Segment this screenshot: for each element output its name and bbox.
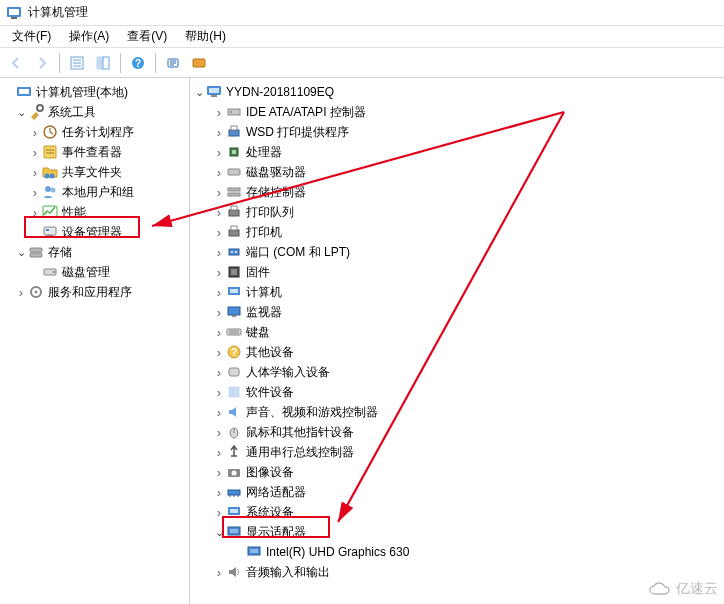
hid-icon	[226, 364, 242, 380]
tree-disk-mgmt[interactable]: 磁盘管理	[0, 262, 189, 282]
expander-icon[interactable]	[212, 565, 226, 579]
svg-rect-37	[209, 88, 219, 93]
tree-local-users[interactable]: 本地用户和组	[0, 182, 189, 202]
expander-icon[interactable]	[212, 105, 226, 119]
computer-icon	[226, 284, 242, 300]
expander-icon[interactable]	[212, 465, 226, 479]
tree-label: Intel(R) UHD Graphics 630	[266, 545, 409, 559]
expander-icon	[2, 85, 16, 99]
expander-icon[interactable]	[212, 345, 226, 359]
expander-icon[interactable]	[212, 145, 226, 159]
expander-icon[interactable]	[212, 525, 226, 539]
tree-display-adapters[interactable]: 显示适配器	[190, 522, 724, 542]
tree-storage[interactable]: 存储	[0, 242, 189, 262]
tree-audio-io[interactable]: 音频输入和输出	[190, 562, 724, 582]
expander-icon[interactable]	[212, 505, 226, 519]
tree-gpu-item[interactable]: Intel(R) UHD Graphics 630	[190, 542, 724, 562]
expander-icon[interactable]	[28, 145, 42, 159]
expander-icon[interactable]	[212, 405, 226, 419]
tree-services-apps[interactable]: 服务和应用程序	[0, 282, 189, 302]
refresh-button[interactable]	[161, 51, 185, 75]
tree-mice[interactable]: 鼠标和其他指针设备	[190, 422, 724, 442]
expander-icon[interactable]	[212, 185, 226, 199]
tree-system-devices[interactable]: 系统设备	[190, 502, 724, 522]
svg-rect-19	[44, 146, 56, 158]
tree-computer-cat[interactable]: 计算机	[190, 282, 724, 302]
tree-label: 服务和应用程序	[48, 284, 132, 301]
action-button[interactable]	[187, 51, 211, 75]
tree-monitors[interactable]: 监视器	[190, 302, 724, 322]
tree-computer-root[interactable]: YYDN-20181109EQ	[190, 82, 724, 102]
expander-icon[interactable]	[212, 245, 226, 259]
tree-event-viewer[interactable]: 事件查看器	[0, 142, 189, 162]
expander-icon[interactable]	[212, 165, 226, 179]
performance-icon	[42, 204, 58, 220]
expander-icon[interactable]	[14, 245, 28, 259]
tree-task-scheduler[interactable]: 任务计划程序	[0, 122, 189, 142]
expander-icon[interactable]	[212, 305, 226, 319]
tree-sound[interactable]: 声音、视频和游戏控制器	[190, 402, 724, 422]
tree-firmware[interactable]: 固件	[190, 262, 724, 282]
expander-icon[interactable]	[14, 105, 28, 119]
expander-icon[interactable]	[212, 125, 226, 139]
menu-view[interactable]: 查看(V)	[119, 26, 175, 47]
tree-disk-drives[interactable]: 磁盘驱动器	[190, 162, 724, 182]
expander-icon[interactable]	[28, 125, 42, 139]
expander-icon[interactable]	[212, 385, 226, 399]
expander-icon[interactable]	[28, 185, 42, 199]
tree-hid[interactable]: 人体学输入设备	[190, 362, 724, 382]
tree-network[interactable]: 网络适配器	[190, 482, 724, 502]
svg-rect-59	[228, 307, 240, 315]
tree-system-tools[interactable]: 系统工具	[0, 102, 189, 122]
expander-icon[interactable]	[212, 485, 226, 499]
tree-keyboards[interactable]: 键盘	[190, 322, 724, 342]
svg-point-22	[45, 174, 50, 179]
svg-rect-38	[211, 95, 217, 97]
forward-button[interactable]	[30, 51, 54, 75]
right-tree-pane[interactable]: YYDN-20181109EQ IDE ATA/ATAPI 控制器 WSD 打印…	[190, 78, 724, 604]
expander-icon[interactable]	[212, 325, 226, 339]
expander-icon[interactable]	[14, 285, 28, 299]
tree-device-manager[interactable]: 设备管理器	[0, 222, 189, 242]
menu-help[interactable]: 帮助(H)	[177, 26, 234, 47]
expander-icon[interactable]	[192, 85, 206, 99]
tree-imaging[interactable]: 图像设备	[190, 462, 724, 482]
expander-icon[interactable]	[212, 265, 226, 279]
tree-wsd[interactable]: WSD 打印提供程序	[190, 122, 724, 142]
svg-rect-9	[97, 57, 102, 69]
tree-ports[interactable]: 端口 (COM 和 LPT)	[190, 242, 724, 262]
tree-usb[interactable]: 通用串行总线控制器	[190, 442, 724, 462]
svg-rect-77	[230, 509, 238, 513]
back-button[interactable]	[4, 51, 28, 75]
tree-root[interactable]: 计算机管理(本地)	[0, 82, 189, 102]
tree-shared-folders[interactable]: 共享文件夹	[0, 162, 189, 182]
expander-icon[interactable]	[212, 445, 226, 459]
tree-performance[interactable]: 性能	[0, 202, 189, 222]
svg-rect-60	[232, 315, 236, 317]
tree-storage-controllers[interactable]: 存储控制器	[190, 182, 724, 202]
tree-cpu[interactable]: 处理器	[190, 142, 724, 162]
tree-other-devices[interactable]: ? 其他设备	[190, 342, 724, 362]
tree-printers[interactable]: 打印机	[190, 222, 724, 242]
tree-print-queues[interactable]: 打印队列	[190, 202, 724, 222]
svg-rect-47	[228, 193, 240, 196]
tree-ide-atapi[interactable]: IDE ATA/ATAPI 控制器	[190, 102, 724, 122]
tree-label: 存储控制器	[246, 184, 306, 201]
menu-action[interactable]: 操作(A)	[61, 26, 117, 47]
expander-icon[interactable]	[212, 425, 226, 439]
left-tree-pane[interactable]: 计算机管理(本地) 系统工具 任务计划程序 事件查看器	[0, 78, 190, 604]
details-button[interactable]	[91, 51, 115, 75]
expander-icon[interactable]	[212, 365, 226, 379]
expander-icon[interactable]	[212, 205, 226, 219]
svg-point-17	[37, 105, 43, 111]
display-adapter-icon	[226, 524, 242, 540]
expander-icon[interactable]	[212, 285, 226, 299]
tree-label: 本地用户和组	[62, 184, 134, 201]
tree-software-devices[interactable]: 软件设备	[190, 382, 724, 402]
help-button[interactable]: ?	[126, 51, 150, 75]
options-button[interactable]	[65, 51, 89, 75]
expander-icon[interactable]	[28, 165, 42, 179]
expander-icon[interactable]	[28, 205, 42, 219]
menu-file[interactable]: 文件(F)	[4, 26, 59, 47]
expander-icon[interactable]	[212, 225, 226, 239]
